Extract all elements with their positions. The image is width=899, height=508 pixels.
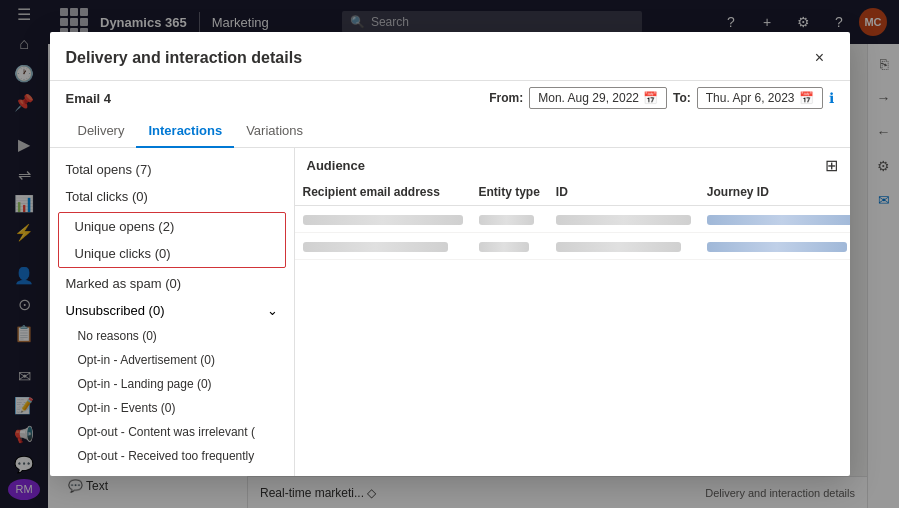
to-date-value: Thu. Apr 6, 2023 — [706, 91, 795, 105]
sub-item-optout-irrelevant[interactable]: Opt-out - Content was irrelevant ( — [50, 420, 294, 444]
tab-variations[interactable]: Variations — [234, 115, 315, 148]
unsubscribed-label: Unsubscribed (0) — [66, 303, 165, 318]
cell-id-1 — [548, 206, 699, 233]
info-icon: ℹ — [829, 90, 834, 106]
unique-clicks-label: Unique clicks (0) — [75, 246, 171, 261]
table-row[interactable] — [295, 233, 850, 260]
from-date-value: Mon. Aug 29, 2022 — [538, 91, 639, 105]
modal-header: Delivery and interaction details × — [50, 32, 850, 81]
stat-total-opens[interactable]: Total opens (7) — [50, 156, 294, 183]
tab-interactions[interactable]: Interactions — [136, 115, 234, 148]
stat-unique-clicks[interactable]: Unique clicks (0) — [59, 240, 285, 267]
right-panel: Audience ⊞ Recipient email address Entit… — [295, 148, 850, 476]
cell-entity-2 — [471, 233, 548, 260]
col-journey-id: Journey ID — [699, 179, 850, 206]
sub-item-no-reasons[interactable]: No reasons (0) — [50, 324, 294, 348]
selected-stat-group: Unique opens (2) Unique clicks (0) — [58, 212, 286, 268]
stat-total-clicks[interactable]: Total clicks (0) — [50, 183, 294, 210]
cell-entity-1 — [471, 206, 548, 233]
tab-delivery[interactable]: Delivery — [66, 115, 137, 148]
email-label: Email 4 — [66, 91, 112, 106]
sub-item-optin-ad[interactable]: Opt-in - Advertisement (0) — [50, 348, 294, 372]
col-email: Recipient email address — [295, 179, 471, 206]
date-range: From: Mon. Aug 29, 2022 📅 To: Thu. Apr 6… — [489, 87, 833, 109]
stat-unique-opens[interactable]: Unique opens (2) — [59, 213, 285, 240]
modal-tabs: Delivery Interactions Variations — [50, 115, 850, 148]
cell-email-2 — [295, 233, 471, 260]
total-clicks-label: Total clicks (0) — [66, 189, 148, 204]
modal-body: Total opens (7) Total clicks (0) Unique … — [50, 148, 850, 476]
marked-spam-label: Marked as spam (0) — [66, 276, 182, 291]
modal-subheader: Email 4 From: Mon. Aug 29, 2022 📅 To: Th… — [50, 81, 850, 115]
stat-marked-spam[interactable]: Marked as spam (0) — [50, 270, 294, 297]
col-id: ID — [548, 179, 699, 206]
left-panel: Total opens (7) Total clicks (0) Unique … — [50, 148, 295, 476]
sub-item-optin-landing[interactable]: Opt-in - Landing page (0) — [50, 372, 294, 396]
modal-overlay: Delivery and interaction details × Email… — [0, 0, 899, 508]
audience-header-row: Audience ⊞ — [295, 148, 850, 179]
table-container: Recipient email address Entity type ID J… — [295, 179, 850, 476]
unique-opens-label: Unique opens (2) — [75, 219, 175, 234]
calendar-icon-from: 📅 — [643, 91, 658, 105]
modal: Delivery and interaction details × Email… — [50, 32, 850, 476]
audience-label: Audience — [307, 158, 366, 173]
cell-email-1 — [295, 206, 471, 233]
table-row[interactable] — [295, 206, 850, 233]
from-label: From: — [489, 91, 523, 105]
to-label: To: — [673, 91, 691, 105]
modal-title: Delivery and interaction details — [66, 49, 303, 67]
chevron-down-icon: ⌄ — [267, 303, 278, 318]
sub-item-optout-frequent[interactable]: Opt-out - Received too frequently — [50, 444, 294, 468]
total-opens-label: Total opens (7) — [66, 162, 152, 177]
to-date-input[interactable]: Thu. Apr 6, 2023 📅 — [697, 87, 823, 109]
cell-journey-id-1 — [699, 206, 850, 233]
table-actions[interactable]: ⊞ — [825, 156, 838, 175]
sub-item-optin-events[interactable]: Opt-in - Events (0) — [50, 396, 294, 420]
col-entity-type: Entity type — [471, 179, 548, 206]
from-date-input[interactable]: Mon. Aug 29, 2022 📅 — [529, 87, 667, 109]
audience-table: Recipient email address Entity type ID J… — [295, 179, 850, 260]
unsubscribed-header[interactable]: Unsubscribed (0) ⌄ — [50, 297, 294, 324]
calendar-icon-to: 📅 — [799, 91, 814, 105]
cell-id-2 — [548, 233, 699, 260]
cell-journey-id-2 — [699, 233, 850, 260]
modal-close-button[interactable]: × — [806, 44, 834, 72]
